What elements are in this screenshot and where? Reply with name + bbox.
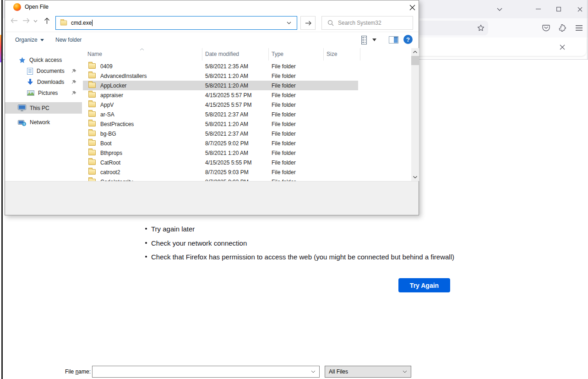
text-caret — [92, 20, 93, 26]
file-row[interactable]: CatRoot4/15/2025 5:55 PMFile folder — [83, 158, 358, 167]
details-view-icon[interactable] — [361, 36, 369, 44]
list-scrollbar[interactable] — [411, 48, 419, 181]
scrollbar-thumb[interactable] — [411, 56, 419, 65]
dialog-close-icon[interactable] — [407, 2, 417, 12]
sidebar-item-downloads[interactable]: Downloads — [5, 77, 82, 88]
forward-arrow-icon[interactable] — [22, 18, 30, 23]
documents-icon — [27, 68, 33, 75]
file-row[interactable]: ar-SA5/8/2021 2:37 AMFile folder — [83, 110, 358, 119]
dialog-title: Open File — [25, 4, 49, 10]
file-name-label: File name: — [42, 368, 91, 375]
try-again-button[interactable]: Try Again — [398, 278, 450, 292]
file-type-select[interactable]: All Files — [325, 366, 411, 378]
sidebar-item-pictures[interactable]: Pictures — [5, 88, 82, 99]
sidebar-item-this-pc[interactable]: This PC — [5, 102, 82, 114]
list-header: Name Date modified Type Size — [83, 48, 411, 60]
sidebar-item-quick-access[interactable]: Quick access — [5, 55, 82, 66]
this-pc-icon — [18, 104, 26, 111]
new-folder-button[interactable]: New folder — [55, 37, 82, 43]
new-folder-label: New folder — [55, 37, 82, 43]
quick-access-star-icon — [19, 57, 26, 64]
list-all-tabs-button[interactable] — [494, 4, 505, 14]
folder-icon — [88, 102, 96, 107]
error-bullet: Try again later — [151, 225, 195, 233]
dialog-footer: File name: All Files Open Cancel — [5, 181, 419, 215]
file-row[interactable]: 04095/8/2021 2:35 AMFile folder — [83, 61, 358, 71]
file-row-highlighted[interactable]: AppLocker5/8/2021 1:20 AMFile folder — [83, 81, 358, 90]
close-window-button[interactable] — [573, 4, 586, 15]
help-glyph: ? — [406, 36, 410, 43]
folder-icon — [88, 92, 96, 98]
recent-locations-chevron-icon[interactable] — [33, 20, 38, 22]
sidebar-item-label: Network — [30, 119, 50, 126]
scroll-down-icon[interactable] — [411, 173, 419, 181]
column-header-size[interactable]: Size — [327, 51, 337, 57]
file-row[interactable]: AppV4/15/2025 5:57 PMFile folder — [83, 100, 358, 110]
file-row[interactable]: bg-BG5/8/2021 2:37 AMFile folder — [83, 129, 358, 138]
file-list: Name Date modified Type Size 04095/8/202… — [83, 48, 411, 181]
search-box[interactable] — [321, 16, 413, 30]
back-arrow-icon[interactable] — [11, 18, 18, 23]
minimize-button[interactable] — [532, 4, 544, 15]
hamburger-menu-icon[interactable] — [573, 23, 584, 33]
window-left-edge — [1, 0, 3, 379]
address-bar[interactable]: cmd.exe — [55, 16, 297, 30]
sidebar-item-label: Documents — [37, 68, 65, 74]
sidebar-item-network[interactable]: Network — [5, 117, 82, 128]
preview-pane-icon[interactable] — [389, 36, 398, 44]
search-input[interactable] — [338, 20, 407, 26]
pin-icon — [71, 91, 76, 96]
up-arrow-icon[interactable] — [44, 17, 50, 24]
address-dropdown-chevron-icon[interactable] — [287, 22, 297, 24]
network-icon — [18, 119, 26, 126]
sidebar-item-label: Pictures — [38, 90, 58, 96]
folder-icon — [88, 111, 96, 117]
column-header-type[interactable]: Type — [272, 51, 283, 57]
sidebar-item-label: Quick access — [29, 57, 62, 63]
window-right-edge — [587, 0, 588, 60]
column-header-name[interactable]: Name — [87, 51, 102, 57]
folder-icon — [88, 140, 96, 146]
error-bullet: Check your network connection — [151, 239, 247, 247]
panel-close-icon[interactable] — [557, 42, 568, 52]
file-row[interactable]: AdvancedInstallers5/8/2021 1:20 AMFile f… — [83, 71, 358, 81]
navigation-pane: Quick access Documents Downloads — [5, 48, 83, 181]
maximize-button[interactable] — [552, 4, 565, 15]
file-type-dropdown-chevron-icon[interactable] — [403, 370, 411, 373]
sidebar-item-label: This PC — [30, 105, 49, 111]
open-file-dialog: Open File cmd.exe — [5, 0, 419, 215]
file-name-input[interactable] — [93, 366, 311, 377]
folder-icon — [88, 150, 96, 155]
error-bullet: Check that Firefox has permission to acc… — [151, 253, 454, 261]
folder-icon — [88, 121, 96, 126]
pin-icon — [71, 80, 76, 85]
folder-icon — [88, 73, 96, 78]
file-row[interactable]: catroot28/7/2025 9:03 PMFile folder — [83, 167, 358, 177]
address-bar-text[interactable]: cmd.exe — [71, 20, 92, 26]
sidebar-item-documents[interactable]: Documents — [5, 66, 82, 77]
scroll-up-icon[interactable] — [411, 48, 419, 56]
organize-label: Organize — [15, 37, 38, 43]
file-name-combobox[interactable] — [92, 366, 320, 378]
command-bar: Organize New folder ? — [5, 32, 419, 48]
extensions-puzzle-icon[interactable] — [557, 23, 568, 33]
dialog-title-bar[interactable]: Open File — [5, 0, 419, 14]
column-header-date-modified[interactable]: Date modified — [205, 51, 239, 57]
bookmark-star-icon[interactable] — [476, 24, 485, 32]
pocket-icon[interactable] — [540, 23, 551, 33]
downloads-icon — [27, 79, 33, 85]
go-to-button[interactable] — [300, 16, 316, 30]
folder-icon — [60, 21, 67, 26]
file-type-value: All Files — [329, 368, 348, 375]
help-icon[interactable]: ? — [403, 35, 413, 44]
search-icon — [327, 20, 334, 26]
file-row[interactable]: Boot8/7/2025 9:02 PMFile folder — [83, 138, 358, 148]
file-row-partial[interactable]: CodeIntegrity8/7/2025 9:03 PMFile folder — [83, 177, 358, 181]
file-row[interactable]: BestPractices5/8/2021 1:20 AMFile folder — [83, 119, 358, 129]
file-row[interactable]: Bthprops5/8/2021 1:20 AMFile folder — [83, 148, 358, 158]
folder-icon — [88, 169, 96, 175]
organize-menu-button[interactable]: Organize — [15, 37, 44, 43]
file-name-dropdown-chevron-icon[interactable] — [311, 370, 319, 373]
file-row[interactable]: appraiser4/15/2025 5:57 PMFile folder — [83, 90, 358, 100]
views-dropdown-chevron-icon[interactable] — [372, 38, 376, 41]
